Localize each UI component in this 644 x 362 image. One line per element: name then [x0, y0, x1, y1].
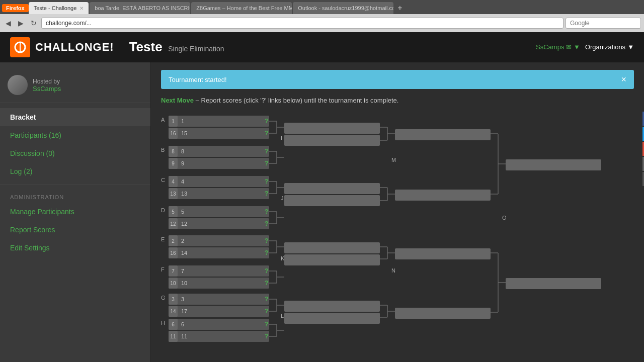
next-move-bar: Next Move – Report scores (click '?' lin… [161, 97, 634, 104]
svg-text:14: 14 [170, 309, 176, 314]
hosted-by-label: Hosted by [33, 78, 61, 85]
svg-text:K: K [281, 255, 285, 261]
svg-text:16: 16 [170, 250, 176, 256]
svg-text:?[interactable]: ? [265, 220, 268, 227]
logo-icon [10, 37, 30, 57]
svg-rect-128 [284, 313, 380, 324]
svg-text:?[interactable]: ? [265, 280, 268, 287]
tab-2[interactable]: boa Tarde. ESTÁ ABERTO AS INSCRIÇÕ... ✕ [90, 2, 190, 14]
avatar [8, 75, 28, 95]
svg-text:?[interactable]: ? [265, 208, 268, 215]
svg-rect-127 [284, 301, 380, 312]
svg-text:O: O [502, 215, 507, 221]
sidebar-item-report-scores[interactable]: Report Scores [0, 221, 150, 239]
svg-rect-90 [284, 183, 380, 194]
svg-text:?[interactable]: ? [265, 267, 268, 275]
svg-rect-97 [395, 129, 491, 140]
svg-rect-98 [395, 190, 491, 201]
forward-button[interactable]: ▶ [16, 18, 26, 28]
svg-rect-75 [284, 123, 380, 134]
svg-text:2: 2 [181, 238, 184, 244]
header-right: SsCamps ✉ ▼ Organizations ▼ [536, 43, 634, 51]
svg-text:12: 12 [181, 221, 187, 227]
organizations-dropdown[interactable]: Organizations ▼ [585, 43, 634, 51]
score-b-top[interactable]: ? [265, 148, 268, 155]
svg-text:L: L [281, 313, 284, 319]
back-button[interactable]: ◀ [3, 18, 14, 28]
refresh-button[interactable]: ↻ [28, 18, 39, 28]
svg-rect-113 [284, 254, 380, 265]
tab-3[interactable]: Z8Games – Home of the Best Free MMO ... … [191, 2, 292, 14]
svg-text:17: 17 [181, 308, 187, 314]
sidebar-nav: Bracket Participants (16) Discussion (0)… [0, 103, 150, 262]
next-move-link[interactable]: Next Move [161, 97, 194, 104]
svg-text:12: 12 [170, 221, 176, 227]
sidebar-item-edit-settings[interactable]: Edit Settings [0, 239, 150, 257]
sidebar-item-bracket[interactable]: Bracket [0, 108, 150, 126]
svg-text:?[interactable]: ? [265, 178, 268, 185]
svg-text:4: 4 [172, 179, 175, 185]
svg-text:10: 10 [181, 280, 187, 286]
user-dropdown-icon: ✉ ▼ [566, 43, 580, 51]
svg-text:13: 13 [170, 191, 176, 197]
alert-close-button[interactable]: × [621, 75, 626, 84]
tab-4[interactable]: Outlook - saulodacruz1999@hotmail.com ✕ [293, 2, 393, 14]
svg-text:7: 7 [172, 268, 175, 274]
svg-text:H: H [161, 320, 165, 326]
sidebar-item-log[interactable]: Log (2) [0, 162, 150, 180]
svg-text:J: J [281, 195, 284, 201]
seed-b-top-num: 8 [172, 149, 175, 154]
svg-text:?[interactable]: ? [265, 321, 268, 328]
seed-a-top-num: 1 [172, 119, 175, 124]
next-move-description: – Report scores (click '?' links below) … [196, 97, 399, 104]
svg-text:11: 11 [170, 334, 176, 339]
name-a-bot: 15 [181, 130, 187, 136]
sidebar-item-manage-participants[interactable]: Manage Participants [0, 203, 150, 221]
alert-message: Tournament started! [169, 76, 227, 83]
host-name-link[interactable]: SsCamps [33, 85, 61, 93]
round-label-c: C [161, 177, 165, 183]
sidebar-item-discussion[interactable]: Discussion (0) [0, 144, 150, 162]
round-label-b: B [161, 147, 165, 153]
tab-2-label: boa Tarde. ESTÁ ABERTO AS INSCRIÇÕ... [95, 5, 190, 11]
site-header: CHALLONGE! Teste Single Elimination SsCa… [0, 32, 644, 62]
svg-text:5: 5 [181, 209, 184, 215]
svg-text:4: 4 [181, 178, 184, 185]
main-content: Tournament started! × Next Move – Report… [151, 62, 644, 362]
svg-text:11: 11 [181, 333, 187, 339]
svg-text:6: 6 [181, 321, 184, 327]
user-label: SsCamps [536, 43, 564, 51]
user-dropdown[interactable]: SsCamps ✉ ▼ [536, 43, 580, 51]
svg-text:6: 6 [172, 322, 175, 327]
svg-text:?[interactable]: ? [265, 333, 268, 340]
avatar-image [8, 75, 28, 95]
tab-3-label: Z8Games – Home of the Best Free MMO ... [196, 5, 292, 11]
tab-close-icon[interactable]: ✕ [79, 6, 84, 11]
svg-text:I: I [281, 135, 282, 141]
svg-rect-91 [284, 195, 380, 206]
round-label-a: A [161, 117, 165, 123]
svg-text:13: 13 [181, 191, 187, 197]
name-b-bot: 9 [181, 160, 184, 166]
tab-active[interactable]: Teste - Challonge ✕ [29, 2, 89, 14]
content-area: Hosted by SsCamps Bracket Participants (… [0, 62, 644, 362]
svg-text:?[interactable]: ? [265, 237, 268, 244]
svg-text:?[interactable]: ? [265, 249, 268, 256]
score-b-bot[interactable]: ? [265, 160, 268, 167]
firefox-button[interactable]: Firefox [2, 4, 29, 12]
seed-b-bot-num: 9 [172, 161, 175, 166]
svg-text:?[interactable]: ? [265, 308, 268, 315]
tournament-title-area: Teste Single Elimination [129, 39, 224, 55]
svg-text:N: N [391, 267, 395, 274]
name-b-top: 8 [181, 148, 184, 154]
score-a-top[interactable]: ? [265, 118, 268, 125]
sidebar-item-participants[interactable]: Participants (16) [0, 126, 150, 144]
new-tab-button[interactable]: + [394, 4, 405, 13]
score-a-bot[interactable]: ? [265, 130, 268, 137]
svg-text:?[interactable]: ? [265, 190, 268, 197]
svg-text:?[interactable]: ? [265, 296, 268, 303]
search-input[interactable] [566, 18, 641, 29]
svg-rect-135 [395, 308, 491, 319]
admin-section-label: ADMINISTRATION [0, 189, 150, 203]
address-input[interactable] [41, 18, 564, 29]
